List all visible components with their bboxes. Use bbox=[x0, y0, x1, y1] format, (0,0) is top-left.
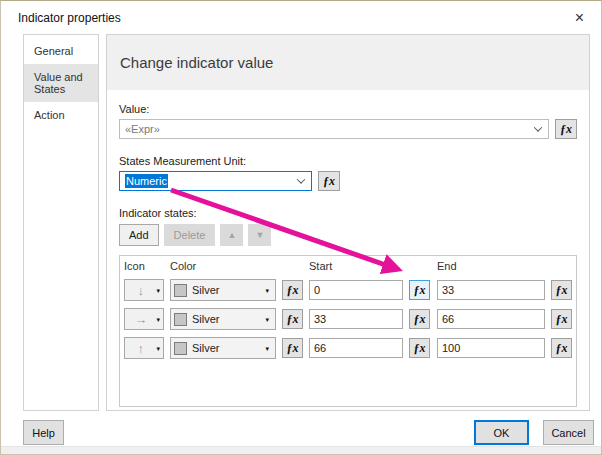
icon-dropdown[interactable]: ↑ ▾ bbox=[124, 337, 164, 359]
end-fx-button[interactable]: ƒx bbox=[551, 309, 572, 329]
end-input[interactable] bbox=[437, 309, 545, 329]
fx-icon: ƒx bbox=[287, 342, 299, 354]
main-content: Value: «Expr» ƒx States Measurement Unit… bbox=[107, 90, 589, 407]
table-row: ↑ ▾ Silver ▾ ƒx ƒx ƒx bbox=[124, 337, 572, 359]
caret-down-icon: ▾ bbox=[156, 287, 163, 294]
end-input[interactable] bbox=[437, 338, 545, 358]
color-name: Silver bbox=[192, 342, 260, 354]
value-label: Value: bbox=[119, 103, 577, 115]
unit-dropdown[interactable]: Numeric bbox=[119, 171, 312, 191]
end-fx-button[interactable]: ƒx bbox=[551, 338, 572, 358]
unit-label: States Measurement Unit: bbox=[119, 155, 577, 167]
chevron-down-icon bbox=[534, 123, 542, 131]
unit-fx-button[interactable]: ƒx bbox=[318, 171, 340, 191]
value-row: «Expr» ƒx bbox=[119, 119, 577, 139]
sidebar-item-action[interactable]: Action bbox=[24, 102, 98, 128]
move-down-button[interactable]: ▼ bbox=[248, 224, 271, 246]
start-input[interactable] bbox=[309, 280, 403, 300]
fx-icon: ƒx bbox=[323, 175, 335, 187]
indicator-states-table: Icon Color Start End ↓ ▾ Silver bbox=[119, 255, 577, 407]
dialog-body: General Value and States Action Change i… bbox=[23, 34, 590, 411]
main-panel: Change indicator value Value: «Expr» ƒx … bbox=[106, 34, 590, 411]
footer-strip bbox=[1, 446, 601, 454]
unit-dropdown-text: Numeric bbox=[125, 174, 168, 188]
unit-row: Numeric ƒx bbox=[119, 171, 577, 191]
fx-icon: ƒx bbox=[414, 284, 426, 296]
caret-down-icon: ▾ bbox=[156, 316, 163, 323]
sidebar-item-general[interactable]: General bbox=[24, 38, 98, 64]
page-title: Change indicator value bbox=[120, 54, 273, 71]
fx-icon: ƒx bbox=[556, 342, 568, 354]
close-icon[interactable]: × bbox=[570, 8, 589, 28]
color-fx-button[interactable]: ƒx bbox=[282, 309, 303, 329]
column-header-icon: Icon bbox=[124, 260, 164, 272]
color-dropdown[interactable]: Silver ▾ bbox=[170, 308, 276, 330]
icon-dropdown[interactable]: ↓ ▾ bbox=[124, 279, 164, 301]
table-header: Icon Color Start End bbox=[124, 260, 572, 272]
value-dropdown-text: «Expr» bbox=[125, 123, 160, 135]
sidebar: General Value and States Action bbox=[23, 34, 99, 411]
start-fx-button[interactable]: ƒx bbox=[409, 280, 430, 300]
color-dropdown[interactable]: Silver ▾ bbox=[170, 337, 276, 359]
titlebar: Indicator properties × bbox=[1, 1, 601, 34]
chevron-down-icon bbox=[297, 175, 305, 183]
color-name: Silver bbox=[192, 313, 260, 325]
color-fx-button[interactable]: ƒx bbox=[282, 338, 303, 358]
column-header-end: End bbox=[437, 260, 545, 272]
icon-dropdown[interactable]: → ▾ bbox=[124, 308, 164, 330]
color-swatch bbox=[174, 284, 187, 297]
start-input[interactable] bbox=[309, 309, 403, 329]
main-header: Change indicator value bbox=[107, 35, 589, 90]
caret-down-icon: ▾ bbox=[265, 316, 272, 323]
window-title: Indicator properties bbox=[18, 11, 121, 25]
end-input[interactable] bbox=[437, 280, 545, 300]
color-name: Silver bbox=[192, 284, 260, 296]
fx-icon: ƒx bbox=[556, 313, 568, 325]
color-swatch bbox=[174, 342, 187, 355]
fx-icon: ƒx bbox=[556, 284, 568, 296]
states-toolbar: Add Delete ▲ ▼ bbox=[119, 224, 577, 246]
start-fx-button[interactable]: ƒx bbox=[409, 338, 430, 358]
table-row: ↓ ▾ Silver ▾ ƒx ƒx ƒx bbox=[124, 279, 572, 301]
fx-icon: ƒx bbox=[287, 313, 299, 325]
color-swatch bbox=[174, 313, 187, 326]
fx-icon: ƒx bbox=[414, 313, 426, 325]
fx-icon: ƒx bbox=[414, 342, 426, 354]
arrow-down-icon: ▼ bbox=[255, 230, 264, 240]
color-fx-button[interactable]: ƒx bbox=[282, 280, 303, 300]
arrow-up-icon: ↑ bbox=[125, 342, 156, 355]
sidebar-item-value-and-states[interactable]: Value and States bbox=[24, 64, 98, 102]
caret-down-icon: ▾ bbox=[265, 345, 272, 352]
caret-down-icon: ▾ bbox=[156, 345, 163, 352]
column-header-start: Start bbox=[309, 260, 403, 272]
fx-icon: ƒx bbox=[287, 284, 299, 296]
indicator-properties-dialog: Indicator properties × General Value and… bbox=[0, 0, 602, 455]
color-dropdown[interactable]: Silver ▾ bbox=[170, 279, 276, 301]
start-input[interactable] bbox=[309, 338, 403, 358]
fx-icon: ƒx bbox=[560, 123, 572, 135]
arrow-down-icon: ↓ bbox=[125, 284, 156, 297]
end-fx-button[interactable]: ƒx bbox=[551, 280, 572, 300]
start-fx-button[interactable]: ƒx bbox=[409, 309, 430, 329]
ok-button[interactable]: OK bbox=[474, 420, 529, 445]
help-button[interactable]: Help bbox=[23, 420, 64, 445]
arrow-right-icon: → bbox=[125, 313, 156, 326]
value-fx-button[interactable]: ƒx bbox=[555, 119, 577, 139]
indicator-states-label: Indicator states: bbox=[119, 207, 577, 219]
cancel-button[interactable]: Cancel bbox=[543, 420, 594, 445]
column-header-color: Color bbox=[170, 260, 276, 272]
move-up-button[interactable]: ▲ bbox=[220, 224, 243, 246]
value-dropdown[interactable]: «Expr» bbox=[119, 119, 549, 139]
caret-down-icon: ▾ bbox=[265, 287, 272, 294]
add-button[interactable]: Add bbox=[119, 224, 159, 246]
table-row: → ▾ Silver ▾ ƒx ƒx ƒx bbox=[124, 308, 572, 330]
arrow-up-icon: ▲ bbox=[227, 230, 236, 240]
delete-button[interactable]: Delete bbox=[164, 224, 216, 246]
